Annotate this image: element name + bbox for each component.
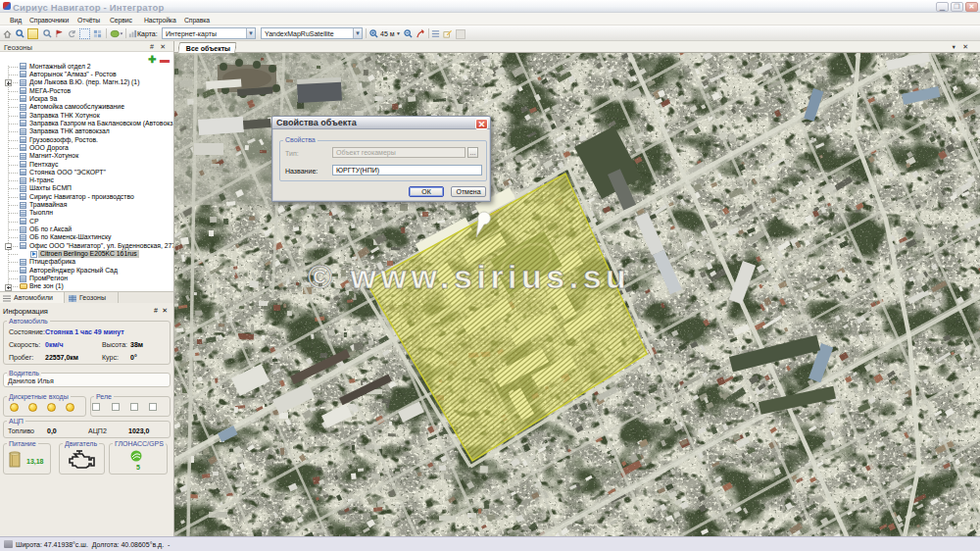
svg-text:© www.sirius.su: © www.sirius.su [308, 258, 630, 295]
